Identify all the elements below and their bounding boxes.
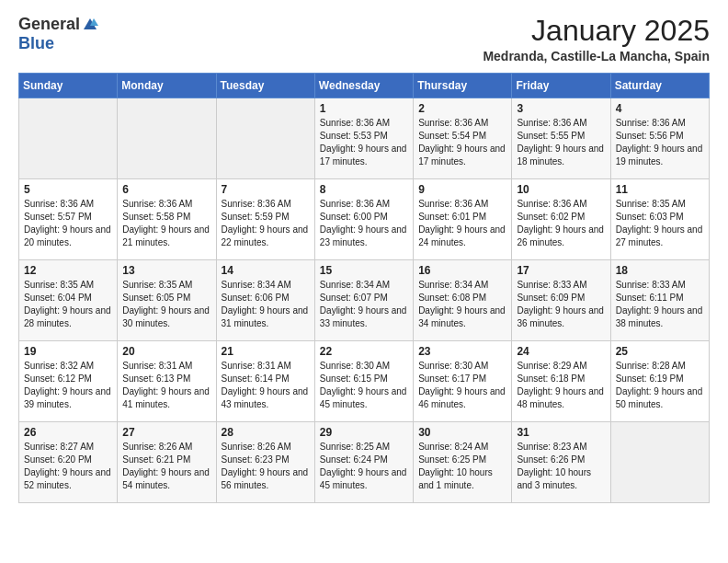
cell-text: Daylight: 9 hours and 46 minutes. [418,385,506,411]
cell-text: Sunrise: 8:35 AM [616,198,704,211]
calendar: Sunday Monday Tuesday Wednesday Thursday… [18,73,710,503]
day-number: 11 [616,183,704,196]
day-number: 13 [122,264,210,277]
cell-text: Sunset: 6:25 PM [418,454,506,466]
cell-text: Sunset: 6:19 PM [616,373,704,385]
cell-text: Sunset: 6:03 PM [616,211,704,224]
cell-text: Sunrise: 8:27 AM [24,441,112,454]
table-row: 3Sunrise: 8:36 AMSunset: 5:55 PMDaylight… [512,98,610,179]
header: General Blue January 2025 Medranda, Cast… [18,15,710,63]
day-number: 21 [222,345,310,358]
cell-text: Sunrise: 8:30 AM [418,360,506,373]
cell-text: Sunset: 5:58 PM [122,211,210,224]
day-number: 27 [122,426,210,439]
cell-text: Daylight: 9 hours and 28 minutes. [24,304,112,330]
logo-icon [82,17,98,33]
cell-text: Daylight: 9 hours and 54 minutes. [122,466,210,492]
month-title: January 2025 [483,15,710,47]
cell-text: Sunset: 6:09 PM [517,292,605,304]
cell-text: Sunset: 6:26 PM [517,454,605,466]
cell-text: Sunset: 6:17 PM [418,373,506,385]
cell-text: Sunrise: 8:34 AM [418,279,506,292]
title-block: January 2025 Medranda, Castille-La Manch… [483,15,710,63]
cell-text: Daylight: 9 hours and 56 minutes. [222,466,310,492]
day-number: 24 [517,345,605,358]
calendar-week-row: 1Sunrise: 8:36 AMSunset: 5:53 PMDaylight… [19,98,710,179]
col-tuesday: Tuesday [216,74,314,98]
table-row: 1Sunrise: 8:36 AMSunset: 5:53 PMDaylight… [314,98,413,179]
table-row: 15Sunrise: 8:34 AMSunset: 6:07 PMDayligh… [314,260,413,341]
logo-blue-text: Blue [18,34,54,52]
cell-text: Sunrise: 8:36 AM [418,117,506,130]
table-row: 25Sunrise: 8:28 AMSunset: 6:19 PMDayligh… [610,341,709,422]
cell-text: Daylight: 9 hours and 34 minutes. [418,304,506,330]
day-number: 9 [418,183,506,196]
day-number: 20 [122,345,210,358]
cell-text: Sunset: 6:05 PM [122,292,210,304]
cell-text: Sunset: 5:59 PM [222,211,310,224]
cell-text: Sunset: 5:56 PM [616,130,704,143]
day-number: 1 [320,102,408,115]
cell-text: Sunrise: 8:34 AM [222,279,310,292]
day-number: 16 [418,264,506,277]
cell-text: Daylight: 9 hours and 22 minutes. [222,224,310,249]
table-row: 20Sunrise: 8:31 AMSunset: 6:13 PMDayligh… [118,341,216,422]
cell-text: Sunrise: 8:24 AM [418,441,506,454]
calendar-week-row: 5Sunrise: 8:36 AMSunset: 5:57 PMDaylight… [19,179,710,260]
day-number: 14 [222,264,310,277]
cell-text: Sunset: 6:07 PM [320,292,408,304]
cell-text: Sunset: 6:00 PM [320,211,408,224]
table-row: 13Sunrise: 8:35 AMSunset: 6:05 PMDayligh… [118,260,216,341]
cell-text: Sunrise: 8:36 AM [320,198,408,211]
cell-text: Sunset: 6:11 PM [616,292,704,304]
table-row: 18Sunrise: 8:33 AMSunset: 6:11 PMDayligh… [610,260,709,341]
cell-text: Sunset: 5:57 PM [24,211,112,224]
cell-text: Sunset: 6:14 PM [222,373,310,385]
table-row: 22Sunrise: 8:30 AMSunset: 6:15 PMDayligh… [314,341,413,422]
cell-text: Daylight: 9 hours and 43 minutes. [222,385,310,411]
cell-text: Daylight: 9 hours and 23 minutes. [320,224,408,249]
cell-text: Daylight: 9 hours and 45 minutes. [320,385,408,411]
cell-text: Sunset: 6:04 PM [24,292,112,304]
table-row [118,98,216,179]
cell-text: Sunrise: 8:36 AM [517,117,605,130]
cell-text: Sunset: 6:01 PM [418,211,506,224]
cell-text: Sunrise: 8:35 AM [24,279,112,292]
cell-text: Sunrise: 8:36 AM [418,198,506,211]
cell-text: Daylight: 9 hours and 50 minutes. [616,385,704,411]
cell-text: Sunrise: 8:35 AM [122,279,210,292]
cell-text: Sunrise: 8:34 AM [320,279,408,292]
cell-text: Sunrise: 8:33 AM [616,279,704,292]
table-row: 10Sunrise: 8:36 AMSunset: 6:02 PMDayligh… [512,179,610,260]
cell-text: Daylight: 9 hours and 18 minutes. [517,143,605,168]
table-row: 7Sunrise: 8:36 AMSunset: 5:59 PMDaylight… [216,179,314,260]
table-row: 11Sunrise: 8:35 AMSunset: 6:03 PMDayligh… [610,179,709,260]
day-number: 29 [320,426,408,439]
day-number: 2 [418,102,506,115]
cell-text: Sunset: 6:15 PM [320,373,408,385]
day-number: 5 [24,183,112,196]
cell-text: Sunrise: 8:26 AM [222,441,310,454]
cell-text: Sunrise: 8:29 AM [517,360,605,373]
cell-text: Daylight: 10 hours and 1 minute. [418,466,506,492]
table-row: 12Sunrise: 8:35 AMSunset: 6:04 PMDayligh… [19,260,118,341]
cell-text: Sunset: 5:55 PM [517,130,605,143]
table-row: 30Sunrise: 8:24 AMSunset: 6:25 PMDayligh… [414,422,512,503]
calendar-week-row: 12Sunrise: 8:35 AMSunset: 6:04 PMDayligh… [19,260,710,341]
cell-text: Daylight: 9 hours and 31 minutes. [222,304,310,330]
table-row: 14Sunrise: 8:34 AMSunset: 6:06 PMDayligh… [216,260,314,341]
day-number: 26 [24,426,112,439]
cell-text: Daylight: 9 hours and 36 minutes. [517,304,605,330]
cell-text: Daylight: 9 hours and 45 minutes. [320,466,408,492]
cell-text: Daylight: 9 hours and 41 minutes. [122,385,210,411]
day-number: 10 [517,183,605,196]
table-row: 21Sunrise: 8:31 AMSunset: 6:14 PMDayligh… [216,341,314,422]
cell-text: Sunrise: 8:36 AM [517,198,605,211]
cell-text: Daylight: 9 hours and 39 minutes. [24,385,112,411]
col-monday: Monday [118,74,216,98]
cell-text: Sunset: 6:18 PM [517,373,605,385]
cell-text: Sunset: 6:13 PM [122,373,210,385]
cell-text: Sunset: 5:53 PM [320,130,408,143]
calendar-week-row: 19Sunrise: 8:32 AMSunset: 6:12 PMDayligh… [19,341,710,422]
cell-text: Daylight: 9 hours and 38 minutes. [616,304,704,330]
